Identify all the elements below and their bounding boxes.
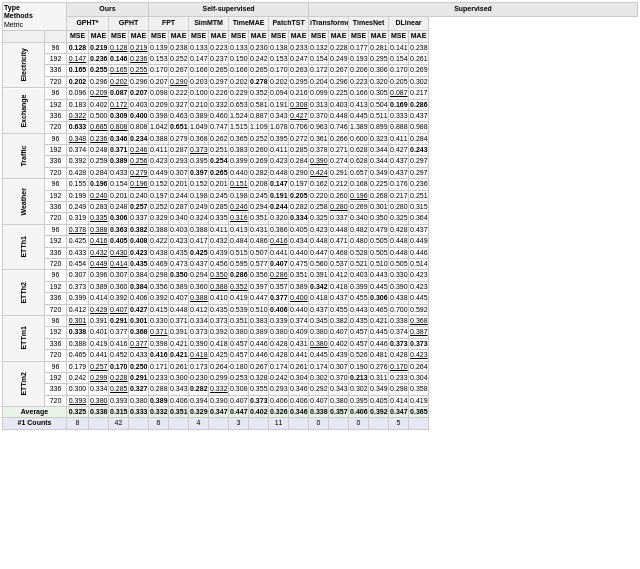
cell-value: 0.510 bbox=[369, 258, 389, 269]
average-row: Average0.3250.3380.3150.3330.3320.3510.3… bbox=[3, 407, 638, 418]
avg-cell: 0.332 bbox=[149, 407, 169, 418]
cell-value: 0.455 bbox=[329, 304, 349, 315]
cell-value: 0.193 bbox=[349, 53, 369, 64]
cell-value: 0.253 bbox=[229, 372, 249, 383]
cell-value: 0.428 bbox=[269, 338, 289, 349]
horizon-label: 96 bbox=[45, 179, 67, 190]
table-row: Traffic960.3480.2360.3460.2340.3880.2790… bbox=[3, 133, 638, 144]
cell-value: 0.416 bbox=[109, 338, 129, 349]
cell-value: 0.388 bbox=[209, 281, 229, 292]
cell-value: 0.138 bbox=[269, 42, 289, 53]
cell-value: 0.360 bbox=[109, 281, 129, 292]
cell-value: 0.447 bbox=[249, 293, 269, 304]
cell-value: 0.264 bbox=[209, 361, 229, 372]
horizon-label: 336 bbox=[45, 156, 67, 167]
cell-value: 0.128 bbox=[109, 42, 129, 53]
cell-value: 0.286 bbox=[409, 99, 429, 110]
cell-value: 0.405 bbox=[109, 236, 129, 247]
cell-value: 0.291 bbox=[109, 315, 129, 326]
avg-cell: 0.357 bbox=[329, 407, 349, 418]
cell-value: 0.242 bbox=[269, 372, 289, 383]
cell-value: 0.313 bbox=[309, 99, 329, 110]
cell-value: 0.307 bbox=[67, 270, 89, 281]
cell-value: 0.209 bbox=[149, 99, 169, 110]
cell-value: 0.371 bbox=[109, 145, 129, 156]
cell-value: 0.448 bbox=[389, 236, 409, 247]
cell-value: 0.407 bbox=[309, 395, 329, 406]
cell-value: 0.300 bbox=[169, 372, 189, 383]
cell-value: 0.358 bbox=[409, 384, 429, 395]
type-methods-header: TypeMethodsMetric bbox=[3, 3, 67, 31]
cell-value: 0.356 bbox=[249, 270, 269, 281]
cell-value: 0.294 bbox=[189, 270, 209, 281]
table-row: 1920.3730.3890.3600.3840.3560.3890.3600.… bbox=[3, 281, 638, 292]
cell-value: 0.301 bbox=[129, 315, 149, 326]
cell-value: 0.396 bbox=[89, 270, 109, 281]
cell-value: 0.368 bbox=[409, 315, 429, 326]
count-cell bbox=[129, 418, 149, 429]
cell-value: 0.342 bbox=[309, 281, 329, 292]
cell-value: 0.409 bbox=[289, 327, 309, 338]
cell-value: 0.205 bbox=[389, 76, 409, 87]
avg-cell: 0.351 bbox=[169, 407, 189, 418]
cell-value: 0.392 bbox=[149, 293, 169, 304]
cell-value: 0.236 bbox=[89, 133, 109, 144]
cell-value: 0.281 bbox=[369, 42, 389, 53]
cell-value: 0.505 bbox=[369, 236, 389, 247]
cell-value: 0.293 bbox=[169, 156, 189, 167]
cell-value: 0.373 bbox=[249, 395, 269, 406]
gpht-star-header: GPHT* bbox=[67, 17, 109, 31]
table-row: Exchange960.0960.2090.0870.2070.0980.222… bbox=[3, 88, 638, 99]
cell-value: 0.633 bbox=[67, 122, 89, 133]
cell-value: 0.166 bbox=[229, 65, 249, 76]
cell-value: 0.428 bbox=[67, 167, 89, 178]
cell-value: 0.261 bbox=[409, 53, 429, 64]
cell-value: 0.223 bbox=[349, 76, 369, 87]
cell-value: 0.267 bbox=[329, 65, 349, 76]
cell-value: 0.887 bbox=[249, 110, 269, 121]
cell-value: 0.388 bbox=[189, 293, 209, 304]
count-cell bbox=[249, 418, 269, 429]
cell-value: 0.344 bbox=[369, 156, 389, 167]
cell-value: 0.302 bbox=[349, 384, 369, 395]
cell-value: 0.473 bbox=[169, 258, 189, 269]
cell-value: 0.390 bbox=[389, 281, 409, 292]
cell-value: 0.373 bbox=[67, 281, 89, 292]
cell-value: 0.425 bbox=[189, 247, 209, 258]
cell-value: 0.412 bbox=[189, 304, 209, 315]
cell-value: 0.267 bbox=[169, 65, 189, 76]
avg-cell: 0.347 bbox=[209, 407, 229, 418]
cell-value: 0.343 bbox=[169, 384, 189, 395]
cell-value: 0.322 bbox=[67, 110, 89, 121]
fpt-header: FPT bbox=[149, 17, 189, 31]
cell-value: 0.480 bbox=[349, 236, 369, 247]
cell-value: 0.397 bbox=[249, 281, 269, 292]
cell-value: 0.445 bbox=[369, 327, 389, 338]
cell-value: 0.201 bbox=[109, 190, 129, 201]
mse4: MSE bbox=[189, 31, 209, 42]
cell-value: 0.414 bbox=[389, 395, 409, 406]
cell-value: 0.388 bbox=[89, 224, 109, 235]
cell-value: 0.094 bbox=[269, 88, 289, 99]
cell-value: 0.272 bbox=[289, 133, 309, 144]
cell-value: 0.327 bbox=[169, 99, 189, 110]
header-row-2: GPHT* GPHT FPT SimMTM TimeMAE PatchTST i… bbox=[3, 17, 638, 31]
cell-value: 0.390 bbox=[189, 338, 209, 349]
count-row: #1 Counts84264311005 bbox=[3, 418, 638, 429]
cell-value: 1.078 bbox=[269, 122, 289, 133]
mse8: MSE bbox=[349, 31, 369, 42]
cell-value: 0.133 bbox=[189, 42, 209, 53]
cell-value: 0.208 bbox=[249, 179, 269, 190]
cell-value: 0.297 bbox=[409, 167, 429, 178]
cell-value: 0.296 bbox=[89, 76, 109, 87]
dataset-label: ETTh2 bbox=[3, 270, 45, 316]
cell-value: 0.371 bbox=[169, 315, 189, 326]
cell-value: 0.475 bbox=[289, 258, 309, 269]
cell-value: 0.515 bbox=[229, 247, 249, 258]
cell-value: 0.299 bbox=[89, 372, 109, 383]
cell-value: 0.412 bbox=[329, 270, 349, 281]
cell-value: 0.153 bbox=[269, 53, 289, 64]
cell-value: 0.439 bbox=[209, 247, 229, 258]
cell-value: 0.455 bbox=[349, 293, 369, 304]
cell-value: 0.416 bbox=[269, 236, 289, 247]
